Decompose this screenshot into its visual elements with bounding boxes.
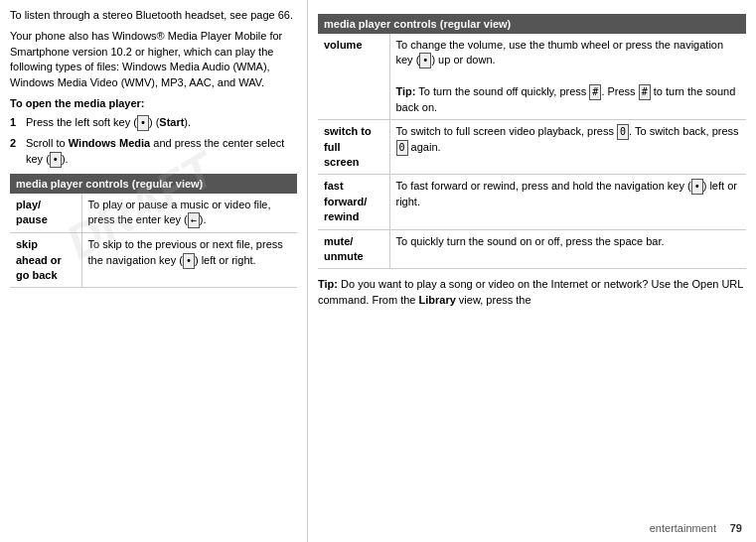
mute-label: mute/unmute [318, 229, 389, 269]
page-number: 79 [730, 522, 742, 534]
mute-desc: To quickly turn the sound on or off, pre… [389, 229, 746, 269]
hash-key2: # [639, 84, 651, 100]
right-column: media player controls (regular view) vol… [308, 0, 756, 542]
right-table-header: media player controls (regular view) [318, 14, 746, 34]
ff-rewind-label: fastforward/rewind [318, 175, 389, 229]
media-player-para: Your phone also has Windows® Media Playe… [10, 29, 297, 90]
volume-tip-label: Tip: [396, 85, 416, 97]
play-pause-label: play/pause [10, 194, 81, 233]
enter-key-icon: ← [188, 212, 200, 228]
step-2: 2 Scroll to Windows Media and press the … [10, 136, 297, 167]
left-table-header: media player controls (regular view) [10, 174, 297, 194]
fullscreen-desc: To switch to full screen video playback,… [389, 120, 746, 175]
step-1-text: Press the left soft key (•) (Start). [26, 115, 191, 131]
library-label: Library [418, 294, 455, 306]
table-row: fastforward/rewind To fast forward or re… [318, 175, 746, 229]
tip-label: Tip: [318, 278, 338, 290]
ff-rewind-desc: To fast forward or rewind, press and hol… [389, 175, 746, 229]
right-table: media player controls (regular view) vol… [318, 14, 746, 269]
tip-paragraph: Tip: Do you want to play a song or video… [318, 277, 746, 308]
bluetooth-para: To listen through a stereo Bluetooth hea… [10, 8, 297, 23]
nav-key-icon: • [183, 253, 195, 269]
nav-key-ff: • [691, 179, 703, 195]
left-column: To listen through a stereo Bluetooth hea… [0, 0, 308, 542]
zero-key2: 0 [396, 140, 408, 156]
table-row: mute/unmute To quickly turn the sound on… [318, 229, 746, 269]
volume-label: volume [318, 34, 389, 120]
tip-text2: view, press the [459, 294, 531, 306]
table-row: play/pause To play or pause a music or v… [10, 194, 297, 233]
table-row: switch tofullscreen To switch to full sc… [318, 120, 746, 175]
step-1: 1 Press the left soft key (•) (Start). [10, 115, 297, 131]
left-table: media player controls (regular view) pla… [10, 174, 297, 289]
table-row: volume To change the volume, use the thu… [318, 34, 746, 120]
volume-desc: To change the volume, use the thumb whee… [389, 34, 746, 120]
hash-key1: # [589, 84, 601, 100]
open-media-heading: To open the media player: [10, 96, 297, 111]
skip-label: skipahead orgo back [10, 233, 81, 288]
fullscreen-label: switch tofullscreen [318, 120, 389, 175]
play-pause-desc: To play or pause a music or video file, … [81, 194, 297, 233]
step-2-text: Scroll to Windows Media and press the ce… [26, 136, 297, 167]
step-1-num: 1 [10, 115, 26, 131]
zero-key1: 0 [617, 124, 629, 140]
windows-media-label: Windows Media [69, 137, 150, 149]
center-key-icon: • [50, 152, 62, 168]
page-label: entertainment [650, 522, 716, 534]
soft-key-icon: • [137, 115, 149, 131]
step-2-num: 2 [10, 136, 26, 167]
skip-desc: To skip to the previous or next file, pr… [81, 233, 297, 288]
table-row: skipahead orgo back To skip to the previ… [10, 233, 297, 288]
nav-key-vol: • [419, 53, 431, 68]
